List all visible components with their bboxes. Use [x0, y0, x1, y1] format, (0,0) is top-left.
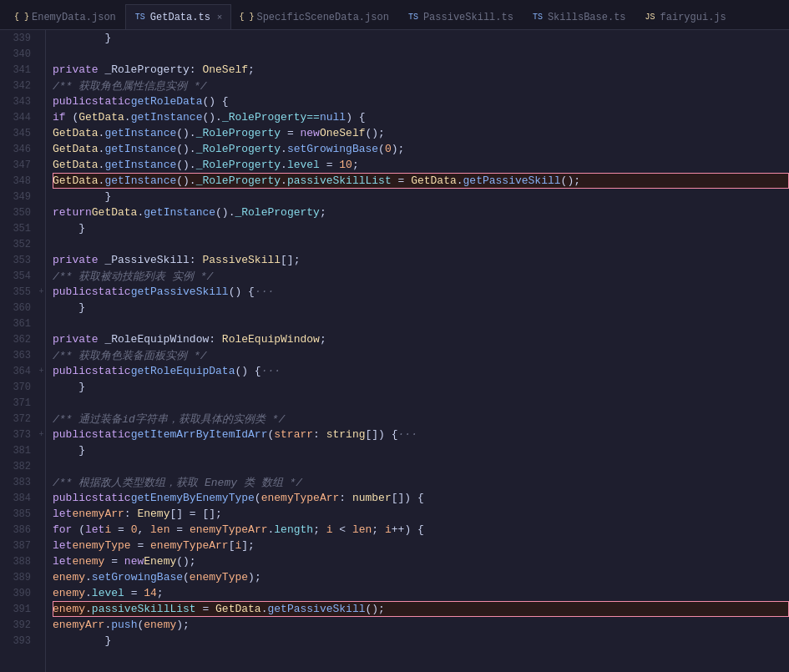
- code-line: }: [53, 442, 789, 458]
- code-line: /** 获取角色属性信息实例 */: [53, 78, 789, 93]
- code-line: }: [53, 300, 789, 316]
- line-number: 392: [0, 619, 38, 631]
- line-number-row: 340: [0, 46, 45, 62]
- line-number: 339: [0, 33, 38, 44]
- line-number: 364: [0, 366, 38, 377]
- tab-fairygui[interactable]: JS fairygui.js: [635, 4, 736, 29]
- line-number-row: 360: [0, 300, 45, 316]
- line-number: 363: [0, 350, 38, 361]
- line-number: 381: [0, 445, 38, 457]
- tab-passiveskill[interactable]: TS PassiveSkill.ts: [398, 4, 523, 29]
- code-line: public static getPassiveSkill() {···: [53, 284, 789, 300]
- code-line: if (GetData.getInstance()._RoleProgerty …: [53, 109, 789, 125]
- fold-indicator[interactable]: +: [38, 366, 45, 376]
- tab-enemydata[interactable]: { } EnemyData.json: [7, 4, 125, 29]
- line-number-row: 361: [0, 316, 45, 331]
- line-number: 347: [0, 159, 38, 171]
- line-number: 362: [0, 334, 38, 346]
- code-line: enemy.setGrowingBase(enemyType);: [53, 569, 789, 585]
- line-number-gutter: 3393403413423433443453463473483493503513…: [0, 30, 46, 672]
- line-number: 388: [0, 556, 38, 568]
- line-number-row: 342: [0, 78, 45, 93]
- code-line: /** 获取角色装备面板实例 */: [53, 347, 789, 363]
- code-line: GetData.getInstance()._RoleProgerty.setG…: [53, 141, 789, 157]
- line-number: 371: [0, 397, 38, 409]
- code-line: [53, 395, 789, 411]
- line-number-row: 346: [0, 141, 45, 157]
- line-number-row: 383: [0, 474, 45, 490]
- code-line: [53, 46, 789, 62]
- line-number-row: 343: [0, 93, 45, 109]
- line-number-row: 362: [0, 331, 45, 347]
- code-line: let enemyType = enemyTypeArr[i];: [53, 538, 789, 553]
- code-line: GetData.getInstance()._RoleProgerty.pass…: [53, 173, 789, 189]
- line-number-row: 372: [0, 411, 45, 427]
- line-number: 391: [0, 604, 38, 615]
- line-number: 351: [0, 223, 38, 235]
- line-number: 352: [0, 239, 38, 250]
- tab-label: PassiveSkill.ts: [423, 12, 513, 23]
- line-number-row: 384: [0, 490, 45, 506]
- line-number: 387: [0, 540, 38, 552]
- line-number: 346: [0, 144, 38, 155]
- line-number: 354: [0, 270, 38, 282]
- code-line: private _PassiveSkill: PassiveSkill[];: [53, 252, 789, 268]
- json-icon-2: { }: [240, 12, 252, 23]
- line-number: 393: [0, 635, 38, 647]
- tab-getdata[interactable]: TS GetData.ts ×: [125, 4, 232, 29]
- line-number: 342: [0, 80, 38, 92]
- js-icon: JS: [645, 12, 656, 23]
- line-number: 350: [0, 207, 38, 219]
- line-number-row: 349: [0, 189, 45, 205]
- tab-specificscenedata[interactable]: { } SpecificSceneData.json: [231, 4, 397, 29]
- line-number-row: 370: [0, 379, 45, 395]
- line-number-row: 371: [0, 395, 45, 411]
- ts-icon-3: TS: [532, 12, 544, 23]
- line-number-row: 382: [0, 458, 45, 474]
- code-line: [53, 236, 789, 252]
- code-line: enemy.level = 14;: [53, 585, 789, 601]
- line-number: 340: [0, 48, 38, 60]
- code-line: return GetData.getInstance()._RoleProger…: [53, 205, 789, 220]
- code-line: /** 根据敌人类型数组，获取 Enemy 类 数组 */: [53, 474, 789, 490]
- code-line: public static getRoleData() {: [53, 93, 789, 109]
- code-line: GetData.getInstance()._RoleProgerty.leve…: [53, 157, 789, 173]
- line-number: 348: [0, 175, 38, 187]
- tab-label: EnemyData.json: [32, 12, 116, 23]
- line-number: 355: [0, 286, 38, 298]
- line-number-row: 355+: [0, 284, 45, 300]
- line-number: 360: [0, 302, 38, 314]
- line-number: 373: [0, 429, 38, 441]
- line-number: 344: [0, 112, 38, 124]
- line-number: 345: [0, 128, 38, 139]
- tab-skillsbase[interactable]: TS SkillsBase.ts: [523, 4, 635, 29]
- line-number-row: 392: [0, 617, 45, 633]
- line-number-row: 390: [0, 585, 45, 601]
- line-number: 341: [0, 64, 38, 76]
- code-line: public static getRoleEquipData() {···: [53, 363, 789, 379]
- line-number-row: 364+: [0, 363, 45, 379]
- code-content[interactable]: } private _RoleProgerty: OneSelf; /** 获取…: [46, 30, 789, 672]
- code-line: GetData.getInstance()._RoleProgerty = ne…: [53, 125, 789, 141]
- tab-close-button[interactable]: ×: [217, 13, 223, 23]
- fold-indicator[interactable]: +: [38, 287, 45, 296]
- line-number: 386: [0, 524, 38, 536]
- tab-label: SpecificSceneData.json: [256, 12, 388, 23]
- line-number-row: 387: [0, 538, 45, 553]
- code-line: }: [53, 220, 789, 236]
- line-number: 372: [0, 413, 38, 425]
- line-number: 389: [0, 572, 38, 584]
- code-line: /** 获取被动技能列表 实例 */: [53, 268, 789, 284]
- code-line: enemyArr.push(enemy);: [53, 617, 789, 633]
- line-number-row: 344: [0, 109, 45, 125]
- line-number-row: 341: [0, 62, 45, 78]
- fold-indicator[interactable]: +: [38, 430, 45, 439]
- code-line: let enemy = new Enemy();: [53, 553, 789, 569]
- tab-label: GetData.ts: [150, 12, 210, 23]
- line-number-row: 391: [0, 601, 45, 617]
- code-line: private _RoleProgerty: OneSelf;: [53, 62, 789, 78]
- tab-bar: { } EnemyData.json TS GetData.ts × { } S…: [0, 0, 789, 30]
- code-line: [53, 458, 789, 474]
- line-number-row: 352: [0, 236, 45, 252]
- tab-label: SkillsBase.ts: [548, 12, 626, 23]
